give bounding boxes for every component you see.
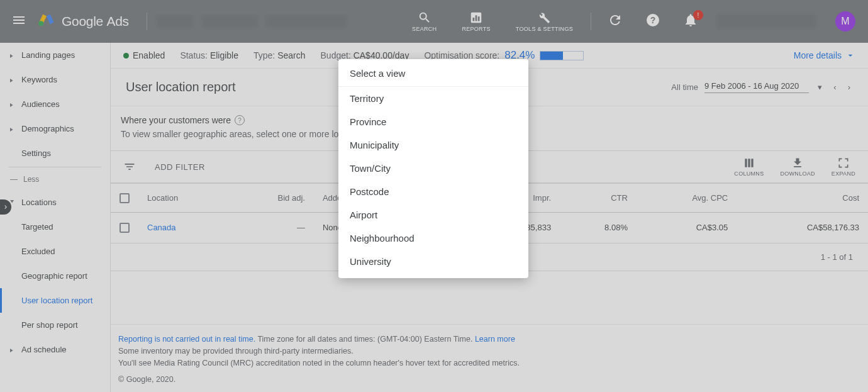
select-all-checkbox[interactable]: [120, 193, 130, 203]
select-view-popup: Select a view Territory Province Municip…: [338, 59, 528, 278]
sidebar-item-keywords[interactable]: ▸Keywords: [0, 67, 110, 92]
popup-title: Select a view: [338, 59, 528, 87]
popup-item-municipality[interactable]: Municipality: [338, 133, 528, 157]
sidebar: ▸Landing pages ▸Keywords ▸Audiences ▸Dem…: [0, 43, 111, 392]
sidebar-show-less[interactable]: —Less: [0, 169, 110, 190]
search-icon: [418, 11, 431, 25]
reports-icon: [469, 11, 483, 25]
add-filter-button[interactable]: ADD FILTER: [155, 162, 205, 172]
col-bid-adj[interactable]: Bid adj.: [230, 184, 314, 213]
popup-item-postcode[interactable]: Postcode: [338, 180, 528, 203]
sidebar-item-ad-schedule[interactable]: ▸Ad schedule: [0, 337, 110, 362]
reporting-delay-link[interactable]: Reporting is not carried out in real tim…: [118, 335, 255, 344]
svg-rect-3: [476, 15, 477, 21]
date-dropdown-icon[interactable]: ▾: [815, 80, 825, 94]
date-range-picker[interactable]: All time 9 Feb 2006 - 16 Aug 2020 ▾ ‹ ›: [671, 80, 853, 94]
info-heading: Where your customers were: [121, 115, 231, 125]
col-cost[interactable]: Cost: [737, 184, 868, 213]
wrench-icon: [537, 11, 551, 25]
reports-tool[interactable]: REPORTS: [449, 11, 503, 32]
logo-text: Google Ads: [62, 14, 129, 29]
divider: [147, 13, 147, 30]
status-dot-icon: [123, 53, 129, 59]
refresh-button[interactable]: [596, 13, 634, 30]
location-link[interactable]: Canada: [147, 223, 176, 232]
expand-button[interactable]: EXPAND: [832, 157, 855, 177]
copyright: © Google, 2020.: [118, 374, 860, 386]
download-button[interactable]: DOWNLOAD: [780, 157, 815, 177]
sidebar-item-per-shop-report[interactable]: Per shop report: [0, 313, 110, 337]
cell-ctr: 8.08%: [560, 212, 637, 244]
divider: [591, 13, 591, 30]
popup-item-territory[interactable]: Territory: [338, 87, 528, 110]
score-bar: [540, 51, 584, 60]
date-next-icon[interactable]: ›: [845, 80, 853, 94]
help-icon: ?: [645, 13, 660, 28]
popup-item-neighbourhood[interactable]: Neighbourhood: [338, 227, 528, 250]
svg-rect-4: [478, 16, 480, 21]
cell-avg-cpc: CA$3.05: [637, 212, 737, 244]
menu-button[interactable]: [0, 13, 38, 30]
popup-item-university[interactable]: University: [338, 250, 528, 273]
google-ads-logo-icon: [38, 11, 55, 31]
col-location[interactable]: Location: [138, 184, 230, 213]
cell-cost: CA$58,176.33: [737, 212, 868, 244]
svg-rect-2: [473, 18, 475, 21]
user-avatar[interactable]: M: [835, 11, 855, 31]
redacted-account-right: [716, 14, 816, 29]
redacted-campaign: [265, 14, 347, 28]
svg-point-0: [38, 21, 43, 26]
row-checkbox[interactable]: [120, 223, 130, 233]
refresh-icon: [608, 13, 623, 28]
chevron-down-icon: [845, 50, 855, 60]
popup-item-airport[interactable]: Airport: [338, 203, 528, 227]
sidebar-item-landing-pages[interactable]: ▸Landing pages: [0, 43, 110, 67]
sidebar-item-excluded[interactable]: Excluded: [0, 239, 110, 264]
columns-button[interactable]: COLUMNS: [734, 157, 764, 177]
status-eligible: Status: Eligible: [180, 50, 238, 60]
logo[interactable]: Google Ads: [38, 11, 142, 31]
sidebar-item-locations[interactable]: ▸Locations: [0, 190, 110, 215]
help-tooltip-icon[interactable]: ?: [235, 115, 245, 125]
sidebar-item-audiences[interactable]: ▸Audiences: [0, 92, 110, 116]
help-button[interactable]: ?: [634, 13, 672, 30]
cell-bid-adj: —: [230, 212, 314, 244]
filter-icon[interactable]: [123, 160, 136, 173]
status-enabled: Enabled: [123, 50, 165, 60]
footer-notes: Reporting is not carried out in real tim…: [111, 324, 868, 392]
sidebar-item-demographics[interactable]: ▸Demographics: [0, 116, 110, 141]
popup-item-province[interactable]: Province: [338, 110, 528, 133]
search-tool[interactable]: SEARCH: [399, 11, 449, 32]
redacted-account-2: [201, 14, 258, 28]
popup-item-town-city[interactable]: Town/City: [338, 157, 528, 180]
chevron-right-icon: [2, 203, 9, 211]
download-icon: [791, 157, 804, 169]
hamburger-icon: [11, 13, 26, 28]
tools-settings[interactable]: TOOLS & SETTINGS: [503, 11, 586, 32]
sidebar-item-targeted[interactable]: Targeted: [0, 215, 110, 239]
expand-icon: [837, 157, 850, 169]
svg-text:?: ?: [650, 15, 656, 25]
date-range-value: 9 Feb 2006 - 16 Aug 2020: [704, 81, 809, 93]
sidebar-item-user-location-report[interactable]: User location report: [0, 288, 110, 313]
columns-icon: [743, 157, 755, 169]
notifications-button[interactable]: !: [672, 13, 709, 30]
more-details-link[interactable]: More details: [794, 50, 855, 60]
sidebar-item-geographic-report[interactable]: Geographic report: [0, 264, 110, 288]
redacted-account-1: [156, 14, 194, 28]
notification-badge: !: [693, 10, 703, 20]
col-ctr[interactable]: CTR: [560, 184, 637, 213]
date-prev-icon[interactable]: ‹: [831, 80, 838, 94]
sidebar-item-settings[interactable]: Settings: [0, 141, 110, 165]
app-header: Google Ads SEARCH REPORTS TOOLS & SETTIN…: [0, 0, 868, 43]
campaign-type: Type: Search: [253, 50, 306, 60]
col-avg-cpc[interactable]: Avg. CPC: [637, 184, 737, 213]
learn-more-link[interactable]: Learn more: [475, 335, 515, 344]
